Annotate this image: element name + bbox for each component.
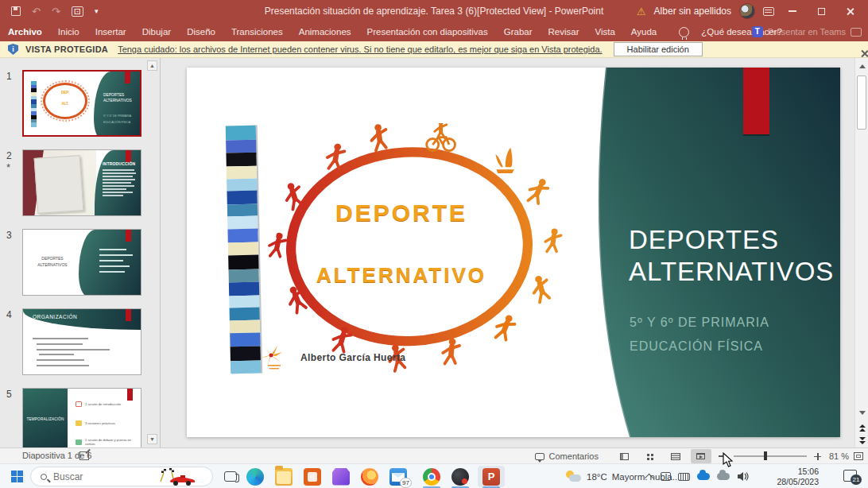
avatar[interactable]	[739, 3, 755, 19]
thumb1-logo-ring	[43, 83, 87, 119]
account-name[interactable]: Alber sin apellidos	[654, 6, 731, 17]
onedrive-icon[interactable]	[697, 473, 710, 480]
status-bar: Diapositiva 1 de 6 Comentarios 81 %	[0, 447, 868, 463]
notes-icon[interactable]	[79, 451, 89, 460]
tab-vista[interactable]: Vista	[587, 22, 623, 41]
logo-word-deporte: DEPORTE	[282, 199, 521, 227]
tab-insertar[interactable]: Insertar	[87, 22, 134, 41]
comments-label[interactable]: Comentarios	[549, 451, 599, 461]
panel-splitter[interactable]	[160, 58, 161, 447]
session-intro-icon	[76, 401, 82, 407]
protected-view-message[interactable]: Tenga cuidado: los archivos de Internet …	[118, 45, 602, 54]
slideshow-view-button[interactable]	[691, 449, 711, 463]
zoom-percentage[interactable]: 81 %	[829, 451, 849, 461]
tab-ayuda[interactable]: Ayuda	[623, 22, 665, 41]
scroll-down-icon[interactable]	[855, 406, 868, 420]
tab-dibujar[interactable]: Dibujar	[134, 22, 179, 41]
taskbar-clock[interactable]: 15:06 28/05/2023	[777, 464, 819, 488]
zoom-out-icon[interactable]	[716, 449, 729, 463]
enable-editing-button[interactable]: Habilitar edición	[614, 42, 703, 56]
tab-grabar[interactable]: Grabar	[496, 22, 541, 41]
thumbnail-number-3: 3	[6, 230, 12, 241]
clock-time: 15:06	[798, 467, 819, 477]
speaker-icon[interactable]	[737, 471, 749, 482]
sailboat-silhouette	[495, 148, 514, 173]
minimize-button[interactable]	[782, 2, 803, 20]
mail-icon[interactable]: 97	[386, 464, 410, 488]
mail-badge: 97	[400, 478, 412, 488]
microsoft-365-icon[interactable]	[329, 464, 353, 488]
present-in-teams-button[interactable]: Presentar en Teams	[768, 27, 846, 37]
powerpoint-icon[interactable]: P	[477, 464, 506, 488]
cloud-sync-icon[interactable]	[717, 473, 730, 480]
chat-icon[interactable]	[851, 28, 862, 37]
tell-me-lightbulb-icon	[679, 27, 689, 37]
next-slide-icon[interactable]	[855, 435, 868, 446]
edge-icon[interactable]	[243, 464, 267, 488]
orange-office-app-icon[interactable]	[300, 464, 324, 488]
tab-animaciones[interactable]: Animaciones	[291, 22, 359, 41]
thumb4-heading: ORGANIZACIÓN	[33, 314, 77, 320]
slide-thumbnail-5[interactable]: TEMPORALIZACIÓN 1 sesión de introducción…	[22, 388, 141, 447]
thumb4-header-band: ORGANIZACIÓN	[23, 309, 141, 330]
previous-slide-icon[interactable]	[855, 422, 868, 433]
slide-thumbnail-1[interactable]: DEP. ALT. DEPORTES ALTERNATIVOS 5º Y 6º …	[22, 70, 141, 137]
zoom-in-icon[interactable]	[812, 449, 824, 463]
redo-icon[interactable]: ↷	[52, 6, 60, 17]
ribbon-display-options-icon[interactable]	[763, 7, 774, 16]
scroll-up-icon[interactable]	[855, 60, 868, 73]
tab-archivo[interactable]: Archivo	[0, 22, 50, 41]
slide-thumbnail-panel: 1 2 * 3 4 5 DEP. ALT. DEPORTES ALTERNATI…	[0, 58, 159, 447]
undo-icon[interactable]: ↶	[32, 6, 41, 17]
thumbnail-number-2: 2	[6, 150, 12, 161]
thumbnail-number-4: 4	[6, 309, 12, 320]
slide-title-line2: ALTERNATIVOS	[629, 257, 835, 287]
thumb1-sub2: EDUCACIÓN FÍSICA	[103, 121, 138, 124]
start-button[interactable]	[6, 464, 27, 488]
slide-title-line1: DEPORTES	[629, 225, 835, 255]
racing-doodle	[150, 467, 200, 486]
file-explorer-icon[interactable]	[272, 464, 296, 488]
tray-keyboard-icon[interactable]	[678, 473, 690, 481]
powerpoint-window: ↶ ↷ ⊡ ▾ Presentación situación de aprend…	[0, 0, 868, 488]
slide-thumbnail-2[interactable]: INTRODUCCIÓN	[22, 149, 141, 216]
tab-presentacion-con-diapositivas[interactable]: Presentación con diapositivas	[359, 22, 496, 41]
zoom-slider-thumb[interactable]	[764, 451, 767, 460]
slide-thumbnail-4[interactable]: ORGANIZACIÓN	[22, 308, 141, 375]
search-input[interactable]	[53, 471, 149, 482]
slide-design-icon[interactable]: ⊡	[72, 6, 83, 17]
tab-diseno[interactable]: Diseño	[179, 22, 223, 41]
comments-icon[interactable]	[535, 453, 544, 460]
thumb2-teal-panel: INTRODUCCIÓN	[95, 150, 141, 216]
thumb3-teal-panel	[79, 230, 141, 296]
maximize-button[interactable]	[811, 2, 831, 20]
tab-transiciones[interactable]: Transiciones	[223, 22, 291, 41]
protected-view-label: VISTA PROTEGIDA	[25, 45, 108, 54]
fit-to-window-icon[interactable]	[854, 452, 863, 460]
task-view-button[interactable]	[219, 464, 242, 488]
thumbnail-scroll-up-icon[interactable]: ▲	[147, 60, 157, 71]
chrome-icon[interactable]	[420, 464, 444, 488]
tray-app-icon[interactable]	[661, 472, 671, 481]
reading-view-button[interactable]	[665, 449, 686, 463]
taskbar-search[interactable]	[30, 467, 213, 486]
zoom-slider[interactable]	[734, 455, 807, 457]
thumbnail-scroll-down-icon[interactable]: ▼	[147, 434, 157, 444]
slide-thumbnail-3[interactable]: DEPORTES ALTERNATIVOS	[22, 229, 141, 296]
slide-sorter-view-button[interactable]	[640, 449, 661, 463]
scrollbar-thumb[interactable]	[857, 76, 866, 130]
weather-icon	[566, 471, 582, 483]
save-icon[interactable]	[11, 6, 21, 16]
dark-media-app-icon[interactable]	[448, 464, 472, 488]
firefox-icon[interactable]	[358, 464, 382, 488]
title-bar: ↶ ↷ ⊡ ▾ Presentación situación de aprend…	[0, 0, 868, 22]
normal-view-button[interactable]	[614, 449, 635, 463]
ribbon-tab-bar: Archivo Inicio Insertar Dibujar Diseño T…	[0, 22, 868, 41]
slide-canvas[interactable]: DEPORTE ALTERNATIVO Alberto García Huert…	[187, 68, 840, 437]
customize-toolbar-chevron-icon[interactable]: ▾	[95, 7, 99, 15]
vertical-scrollbar[interactable]	[854, 58, 868, 447]
tab-revisar[interactable]: Revisar	[541, 22, 587, 41]
tab-inicio[interactable]: Inicio	[50, 22, 87, 41]
notification-center-icon[interactable]: 21	[843, 470, 857, 482]
close-button[interactable]	[839, 2, 860, 20]
